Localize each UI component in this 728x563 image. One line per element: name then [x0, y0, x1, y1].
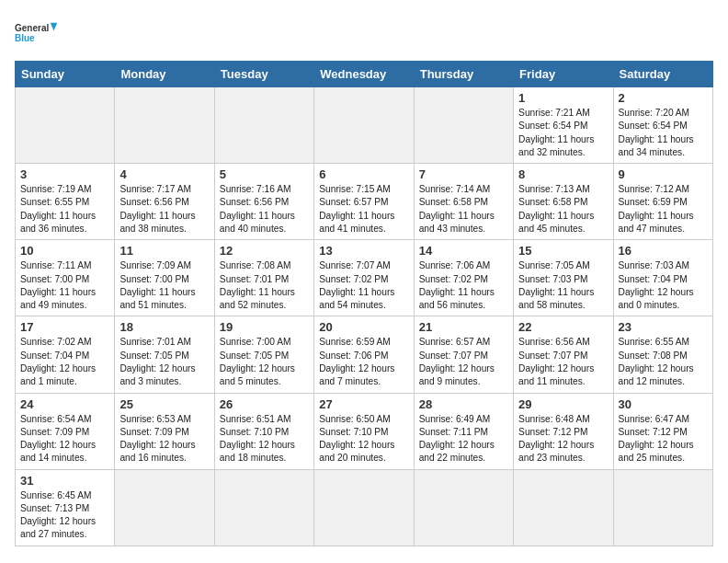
calendar-cell: 20Sunrise: 6:59 AM Sunset: 7:06 PM Dayli… [314, 316, 414, 393]
day-number: 23 [619, 320, 708, 334]
day-info: Sunrise: 7:09 AM Sunset: 7:00 PM Dayligh… [119, 259, 209, 312]
day-number: 22 [518, 320, 608, 334]
day-number: 3 [20, 167, 109, 181]
header-monday: Monday [115, 62, 214, 87]
day-info: Sunrise: 6:56 AM Sunset: 7:07 PM Dayligh… [518, 336, 608, 388]
day-number: 19 [220, 320, 309, 334]
day-info: Sunrise: 7:06 AM Sunset: 7:02 PM Dayligh… [419, 259, 508, 312]
calendar-cell: 26Sunrise: 6:51 AM Sunset: 7:10 PM Dayli… [214, 393, 313, 469]
day-number: 1 [518, 91, 608, 105]
calendar-cell: 7Sunrise: 7:14 AM Sunset: 6:58 PM Daylig… [414, 164, 513, 240]
day-number: 28 [419, 397, 508, 411]
calendar-cell: 15Sunrise: 7:05 AM Sunset: 7:03 PM Dayli… [514, 240, 613, 316]
day-info: Sunrise: 7:07 AM Sunset: 7:02 PM Dayligh… [319, 259, 408, 312]
day-number: 21 [419, 320, 508, 334]
day-number: 8 [518, 167, 608, 181]
calendar-cell: 30Sunrise: 6:47 AM Sunset: 7:12 PM Dayli… [613, 393, 712, 469]
calendar-cell: 14Sunrise: 7:06 AM Sunset: 7:02 PM Dayli… [414, 240, 513, 316]
day-info: Sunrise: 6:48 AM Sunset: 7:12 PM Dayligh… [518, 413, 608, 465]
calendar-cell: 19Sunrise: 7:00 AM Sunset: 7:05 PM Dayli… [214, 316, 313, 393]
day-number: 2 [619, 91, 708, 105]
day-info: Sunrise: 7:19 AM Sunset: 6:55 PM Dayligh… [20, 183, 109, 236]
day-info: Sunrise: 6:59 AM Sunset: 7:06 PM Dayligh… [319, 336, 408, 388]
week-row-1: 1Sunrise: 7:21 AM Sunset: 6:54 PM Daylig… [16, 87, 713, 164]
day-info: Sunrise: 6:50 AM Sunset: 7:10 PM Dayligh… [319, 413, 408, 465]
days-header-row: SundayMondayTuesdayWednesdayThursdayFrid… [16, 62, 713, 87]
day-number: 31 [20, 474, 109, 488]
day-number: 14 [419, 244, 508, 258]
day-info: Sunrise: 7:05 AM Sunset: 7:03 PM Dayligh… [518, 259, 608, 312]
calendar-cell: 12Sunrise: 7:08 AM Sunset: 7:01 PM Dayli… [214, 240, 313, 316]
logo-svg: General Blue [15, 15, 61, 52]
day-number: 13 [319, 244, 408, 258]
day-info: Sunrise: 7:01 AM Sunset: 7:05 PM Dayligh… [119, 336, 209, 388]
day-number: 5 [220, 167, 309, 181]
day-number: 12 [220, 244, 309, 258]
calendar-cell: 4Sunrise: 7:17 AM Sunset: 6:56 PM Daylig… [115, 164, 214, 240]
calendar-cell: 10Sunrise: 7:11 AM Sunset: 7:00 PM Dayli… [16, 240, 115, 316]
calendar-cell: 16Sunrise: 7:03 AM Sunset: 7:04 PM Dayli… [613, 240, 712, 316]
calendar-cell: 18Sunrise: 7:01 AM Sunset: 7:05 PM Dayli… [115, 316, 214, 393]
calendar-cell: 5Sunrise: 7:16 AM Sunset: 6:56 PM Daylig… [214, 164, 313, 240]
day-info: Sunrise: 7:03 AM Sunset: 7:04 PM Dayligh… [619, 259, 708, 312]
day-info: Sunrise: 6:51 AM Sunset: 7:10 PM Dayligh… [220, 413, 309, 465]
week-row-6: 31Sunrise: 6:45 AM Sunset: 7:13 PM Dayli… [16, 469, 713, 546]
day-number: 15 [518, 244, 608, 258]
day-info: Sunrise: 6:54 AM Sunset: 7:09 PM Dayligh… [20, 413, 109, 465]
day-info: Sunrise: 6:45 AM Sunset: 7:13 PM Dayligh… [20, 489, 109, 542]
header-tuesday: Tuesday [214, 62, 313, 87]
calendar-cell [214, 469, 313, 546]
day-number: 20 [319, 320, 408, 334]
header-wednesday: Wednesday [314, 62, 414, 87]
svg-text:General: General [15, 23, 49, 33]
day-number: 26 [220, 397, 309, 411]
day-info: Sunrise: 7:08 AM Sunset: 7:01 PM Dayligh… [220, 259, 309, 312]
header: General Blue [15, 15, 713, 52]
week-row-4: 17Sunrise: 7:02 AM Sunset: 7:04 PM Dayli… [16, 316, 713, 393]
calendar-cell: 24Sunrise: 6:54 AM Sunset: 7:09 PM Dayli… [16, 393, 115, 469]
calendar-cell [115, 87, 214, 164]
day-number: 24 [20, 397, 109, 411]
day-number: 6 [319, 167, 408, 181]
calendar-cell: 21Sunrise: 6:57 AM Sunset: 7:07 PM Dayli… [414, 316, 513, 393]
calendar-cell: 1Sunrise: 7:21 AM Sunset: 6:54 PM Daylig… [514, 87, 613, 164]
day-number: 10 [20, 244, 109, 258]
day-number: 25 [119, 397, 209, 411]
logo: General Blue [15, 15, 61, 52]
week-row-5: 24Sunrise: 6:54 AM Sunset: 7:09 PM Dayli… [16, 393, 713, 469]
day-info: Sunrise: 7:15 AM Sunset: 6:57 PM Dayligh… [319, 183, 408, 236]
svg-marker-2 [51, 23, 58, 31]
day-info: Sunrise: 7:20 AM Sunset: 6:54 PM Dayligh… [619, 107, 708, 159]
day-info: Sunrise: 6:53 AM Sunset: 7:09 PM Dayligh… [119, 413, 209, 465]
week-row-3: 10Sunrise: 7:11 AM Sunset: 7:00 PM Dayli… [16, 240, 713, 316]
day-info: Sunrise: 7:13 AM Sunset: 6:58 PM Dayligh… [518, 183, 608, 236]
calendar-cell [314, 87, 414, 164]
calendar-table: SundayMondayTuesdayWednesdayThursdayFrid… [15, 61, 713, 546]
calendar-cell: 23Sunrise: 6:55 AM Sunset: 7:08 PM Dayli… [613, 316, 712, 393]
day-number: 30 [619, 397, 708, 411]
day-info: Sunrise: 6:57 AM Sunset: 7:07 PM Dayligh… [419, 336, 508, 388]
day-number: 27 [319, 397, 408, 411]
day-info: Sunrise: 7:14 AM Sunset: 6:58 PM Dayligh… [419, 183, 508, 236]
day-info: Sunrise: 7:21 AM Sunset: 6:54 PM Dayligh… [518, 107, 608, 159]
calendar-cell: 6Sunrise: 7:15 AM Sunset: 6:57 PM Daylig… [314, 164, 414, 240]
calendar-cell [314, 469, 414, 546]
header-thursday: Thursday [414, 62, 513, 87]
calendar-cell: 8Sunrise: 7:13 AM Sunset: 6:58 PM Daylig… [514, 164, 613, 240]
calendar-cell [514, 469, 613, 546]
day-info: Sunrise: 7:00 AM Sunset: 7:05 PM Dayligh… [220, 336, 309, 388]
header-saturday: Saturday [613, 62, 712, 87]
day-number: 18 [119, 320, 209, 334]
day-number: 7 [419, 167, 508, 181]
header-sunday: Sunday [16, 62, 115, 87]
calendar-cell [414, 469, 513, 546]
day-number: 9 [619, 167, 708, 181]
day-number: 29 [518, 397, 608, 411]
calendar-cell: 29Sunrise: 6:48 AM Sunset: 7:12 PM Dayli… [514, 393, 613, 469]
calendar-cell: 13Sunrise: 7:07 AM Sunset: 7:02 PM Dayli… [314, 240, 414, 316]
calendar-cell: 11Sunrise: 7:09 AM Sunset: 7:00 PM Dayli… [115, 240, 214, 316]
day-info: Sunrise: 6:47 AM Sunset: 7:12 PM Dayligh… [619, 413, 708, 465]
header-friday: Friday [514, 62, 613, 87]
day-number: 4 [119, 167, 209, 181]
calendar-cell: 22Sunrise: 6:56 AM Sunset: 7:07 PM Dayli… [514, 316, 613, 393]
